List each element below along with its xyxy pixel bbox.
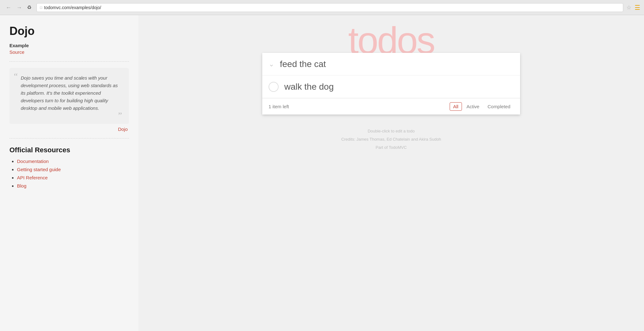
blog-link[interactable]: Blog (17, 183, 26, 188)
quote-box: “ Dojo saves you time and scales with yo… (9, 68, 129, 124)
page-icon: □ (40, 5, 42, 10)
example-label: Example (9, 43, 129, 48)
url-text: todomvc.com/examples/dojo/ (44, 5, 101, 10)
browser-actions: ☆ ☰ (626, 4, 640, 11)
credits: Credits: James Thomas, Ed Chatelain and … (341, 135, 441, 143)
quote-text: Dojo saves you time and scales with your… (21, 74, 122, 112)
list-item: Documentation (17, 159, 129, 164)
resources-list: Documentation Getting started guide API … (9, 159, 129, 189)
open-quote-mark: “ (14, 72, 18, 81)
list-item: Getting started guide (17, 167, 129, 172)
todo-text-1: feed the cat (280, 59, 326, 69)
list-item: API Reference (17, 175, 129, 181)
items-left: 1 item left (269, 104, 450, 109)
getting-started-link[interactable]: Getting started guide (17, 167, 61, 172)
left-sidebar: Dojo Example Source “ Dojo saves you tim… (0, 15, 138, 331)
quote-author: Dojo (9, 126, 129, 132)
resources-title: Official Resources (9, 146, 129, 154)
menu-icon[interactable]: ☰ (635, 4, 640, 11)
app-title: Dojo (9, 25, 129, 38)
filter-active-button[interactable]: Active (463, 102, 483, 111)
list-item: Blog (17, 183, 129, 189)
forward-button[interactable]: → (14, 4, 24, 11)
app-footer: Double-click to edit a todo Credits: Jam… (341, 127, 441, 161)
part-of: Part of TodoMVC (341, 143, 441, 152)
main-area: todos ⌄ feed the cat walk the dog 1 item… (138, 15, 644, 331)
todo-app: ⌄ feed the cat walk the dog 1 item left … (262, 53, 520, 115)
page-layout: Dojo Example Source “ Dojo saves you tim… (0, 15, 644, 331)
filter-all-button[interactable]: All (450, 102, 462, 111)
close-quote-mark: ” (21, 113, 122, 118)
chevron-down-icon[interactable]: ⌄ (269, 60, 274, 68)
todo-item-1: ⌄ feed the cat (262, 53, 520, 76)
todo-checkbox-2[interactable] (269, 82, 279, 92)
address-bar[interactable]: □ todomvc.com/examples/dojo/ (36, 3, 623, 12)
todo-item-2: walk the dog (262, 76, 520, 98)
browser-nav-buttons: ← → ♻ (4, 4, 33, 11)
back-button[interactable]: ← (4, 4, 13, 11)
browser-chrome: ← → ♻ □ todomvc.com/examples/dojo/ ☆ ☰ (0, 0, 644, 15)
todo-text-2: walk the dog (284, 82, 334, 92)
source-link[interactable]: Source (9, 49, 25, 55)
bookmark-icon[interactable]: ☆ (626, 4, 631, 11)
todo-footer: 1 item left All Active Completed (262, 98, 520, 115)
divider-1 (9, 61, 129, 62)
api-reference-link[interactable]: API Reference (17, 175, 48, 180)
edit-hint: Double-click to edit a todo (341, 127, 441, 135)
divider-2 (9, 138, 129, 138)
documentation-link[interactable]: Documentation (17, 159, 49, 164)
refresh-button[interactable]: ♻ (25, 4, 33, 11)
filter-completed-button[interactable]: Completed (484, 102, 514, 111)
filter-buttons: All Active Completed (450, 102, 514, 111)
